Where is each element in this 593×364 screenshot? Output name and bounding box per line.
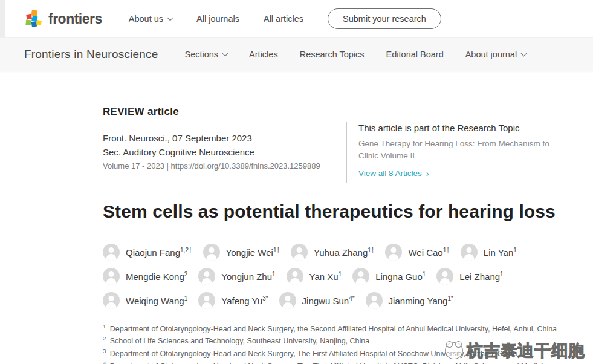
author-avatar-icon	[203, 244, 220, 261]
author-name: Jingwu Sun4*	[302, 295, 355, 306]
author-avatar-icon	[287, 268, 303, 285]
article-meta-row: REVIEW article Front. Neurosci., 07 Sept…	[103, 106, 569, 183]
author-avatar-icon	[352, 268, 369, 285]
top-nav: About us All journals All articles	[129, 14, 303, 24]
author-name: Yafeng Yu3*	[221, 295, 268, 306]
author[interactable]: Yongjun Zhu1	[198, 268, 275, 285]
nav-about-us-label: About us	[129, 14, 163, 24]
logo-wordmark: frontiers	[48, 11, 102, 27]
author-avatar-icon	[103, 292, 120, 309]
citation-section: Sec. Auditory Cognitive Neuroscience	[103, 145, 346, 159]
author[interactable]: Weiqing Wang1	[103, 292, 187, 309]
window-edge-strip	[0, 0, 5, 37]
journal-nav-research-topics-label: Research Topics	[300, 50, 365, 59]
article-header: REVIEW article Front. Neurosci., 07 Sept…	[0, 71, 593, 364]
author-name: Lingna Guo1	[375, 271, 426, 282]
author-name: Qiaojun Fang1,2†	[126, 247, 192, 258]
author-avatar-icon	[291, 244, 308, 261]
journal-nav-articles-label: Articles	[249, 50, 278, 59]
author-avatar-icon	[279, 292, 296, 309]
article-type-label: REVIEW article	[103, 106, 346, 118]
author[interactable]: Lingna Guo1	[352, 268, 426, 285]
author[interactable]: Jingwu Sun4*	[279, 292, 355, 309]
watermark-text: 杭吉泰迪干细胞	[467, 340, 585, 362]
research-topic-title: Gene Therapy for Hearing Loss: From Mech…	[358, 138, 569, 163]
author-name: Lin Yan1	[484, 247, 517, 258]
view-all-articles-label: View all 8 Articles	[358, 169, 422, 178]
author[interactable]: Yuhua Zhang1†	[291, 244, 374, 261]
frontiers-logo-icon	[24, 9, 44, 28]
article-meta-left: REVIEW article Front. Neurosci., 07 Sept…	[103, 106, 346, 183]
affiliation-item: 1 Department of Otolaryngology-Head and …	[103, 322, 569, 335]
citation-journal-date: Front. Neurosci., 07 September 2023	[103, 131, 346, 145]
author[interactable]: Mengdie Kong2	[103, 268, 187, 285]
journal-links: Sections Articles Research Topics Editor…	[184, 50, 526, 59]
journal-title[interactable]: Frontiers in Neuroscience	[24, 48, 158, 61]
chevron-down-icon	[222, 50, 228, 56]
journal-nav-about-journal[interactable]: About journal	[465, 50, 526, 59]
author[interactable]: Lei Zhang1	[436, 268, 503, 285]
author-name: Mengdie Kong2	[126, 271, 187, 282]
chevron-down-icon	[167, 15, 173, 21]
citation-volume-doi: Volume 17 - 2023 | https://doi.org/10.33…	[103, 161, 346, 171]
author-avatar-icon	[198, 292, 215, 309]
author-avatar-icon	[103, 244, 120, 261]
author-name: Lei Zhang1	[459, 271, 503, 282]
author-name: Yongjun Zhu1	[221, 271, 275, 282]
author[interactable]: Yafeng Yu3*	[198, 292, 268, 309]
author-avatar-icon	[103, 268, 120, 285]
journal-nav-about-journal-label: About journal	[465, 50, 517, 59]
journal-nav: Frontiers in Neuroscience Sections Artic…	[0, 37, 593, 71]
author-avatar-icon	[436, 268, 453, 285]
author-name: Weiqing Wang1	[126, 295, 187, 306]
author-list: Qiaojun Fang1,2†Yongjie Wei1†Yuhua Zhang…	[103, 244, 569, 309]
frontiers-logo[interactable]: frontiers	[24, 9, 102, 28]
journal-nav-research-topics[interactable]: Research Topics	[300, 50, 365, 59]
journal-nav-editorial-board[interactable]: Editorial Board	[386, 50, 444, 59]
author-avatar-icon	[198, 268, 215, 285]
author-name: Yan Xu1	[309, 271, 342, 282]
watermark-panda-icon	[445, 342, 463, 359]
author[interactable]: Jianming Yang1*	[366, 292, 453, 309]
research-topic-heading: This article is part of the Research Top…	[358, 123, 569, 133]
watermark: 杭吉泰迪干细胞	[445, 340, 585, 362]
submit-research-button[interactable]: Submit your research	[328, 8, 441, 29]
chevron-down-icon	[521, 50, 527, 56]
author[interactable]: Wei Cao1†	[385, 244, 449, 261]
journal-nav-articles[interactable]: Articles	[249, 50, 278, 59]
author-name: Jianming Yang1*	[389, 295, 453, 306]
article-title: Stem cells as potential therapeutics for…	[103, 201, 569, 222]
nav-all-journals-label: All journals	[196, 14, 239, 24]
nav-about-us[interactable]: About us	[129, 14, 172, 24]
nav-all-journals[interactable]: All journals	[196, 14, 239, 24]
journal-nav-sections-label: Sections	[184, 50, 218, 59]
author-name: Yuhua Zhang1†	[314, 247, 374, 258]
top-header: frontiers About us All journals All arti…	[0, 0, 593, 37]
author-avatar-icon	[366, 292, 383, 309]
nav-all-articles[interactable]: All articles	[264, 14, 303, 24]
nav-all-articles-label: All articles	[264, 14, 303, 24]
journal-nav-sections[interactable]: Sections	[184, 50, 227, 59]
journal-nav-editorial-board-label: Editorial Board	[386, 50, 444, 59]
chevron-right-icon: ›	[426, 169, 429, 178]
author-name: Yongjie Wei1†	[226, 247, 280, 258]
author-name: Wei Cao1†	[408, 247, 449, 258]
author-avatar-icon	[385, 244, 402, 261]
view-all-articles-link[interactable]: View all 8 Articles ›	[358, 169, 429, 178]
author-avatar-icon	[461, 244, 478, 261]
author[interactable]: Yongjie Wei1†	[203, 244, 280, 261]
author[interactable]: Lin Yan1	[461, 244, 517, 261]
author[interactable]: Qiaojun Fang1,2†	[103, 244, 192, 261]
citation-block: Front. Neurosci., 07 September 2023 Sec.…	[103, 131, 346, 171]
author[interactable]: Yan Xu1	[287, 268, 342, 285]
research-topic-box: This article is part of the Research Top…	[346, 122, 569, 183]
